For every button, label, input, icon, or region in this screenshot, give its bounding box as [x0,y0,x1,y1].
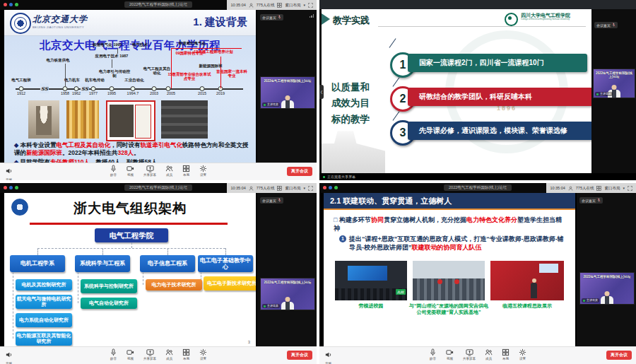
shared-screen-stage: 北京交通大学 BEIJING JIAOTONG UNIVERSITY 1. 建设… [0,10,257,163]
timeline-year: 2005 [167,91,175,95]
timeline-year: 1962 [72,91,81,95]
org-connector [225,248,226,255]
settings-button[interactable]: 设置 [199,165,207,177]
minimize-button[interactable] [329,186,332,189]
org-connector [131,242,132,248]
speaker-name-badge: 会议嘉宾 [260,197,283,204]
maximize-button[interactable] [334,186,338,189]
share-screen-button[interactable]: 共享屏幕 [143,165,156,177]
share-screen-button[interactable]: 共享屏幕 [463,348,476,360]
scu-logo-sub: College of Electrical Engineering Sichua… [521,18,586,20]
timeline-node [74,86,79,91]
layout-switcher[interactable]: 窗口布局 [285,186,300,191]
layout-button[interactable]: 布局 [182,348,190,360]
fullscreen-icon[interactable] [308,3,313,8]
history-photo [106,100,155,141]
sidebar-collapse-handle[interactable] [319,85,324,99]
titlebar-menu: 10:35:04 775人在线 窗口布局 [227,183,317,193]
members-button[interactable]: 成员 [485,348,493,360]
participants-count[interactable]: 775人在线 [257,186,275,191]
speaker-name-badge: 会议嘉宾 [594,22,618,28]
timeline-year: 2015 [198,91,206,95]
timeline-connector [112,59,112,68]
participants-count[interactable]: 775人在线 [257,3,275,8]
settings-button[interactable]: 设置 [519,348,526,360]
audio-on-icon [596,93,599,95]
audio-device-button[interactable]: 音频 [5,348,13,364]
audio-device-button[interactable]: 音频 [5,165,13,180]
leave-meeting-button[interactable]: 离开会议 [606,351,632,360]
camera-icon [126,348,134,356]
share-screen-icon [146,348,154,356]
video-button[interactable]: 视频 [126,165,134,177]
participants-sidebar: 会议嘉宾 2022电气工程学科国际(线上)论坛 主讲嘉宾 [577,193,636,347]
mute-button[interactable]: 静音 [429,348,437,360]
audio-device-button[interactable]: 音频 [324,348,332,364]
timeline-label: 电力铁道供电 [47,58,70,62]
layout-switcher[interactable]: 窗口布局 [285,3,300,8]
speaker-figure [281,302,294,310]
video-button[interactable]: 视频 [126,348,134,360]
leave-meeting-button[interactable]: 离开会议 [287,351,312,360]
milestone-label: 新能源国际班 [199,64,223,68]
close-button[interactable] [4,186,7,189]
speaker-video-thumbnail[interactable]: 2022电气工程学科国际(线上)论坛 主讲嘉宾 [579,272,635,305]
timeline-label: 电力牵引与传动控制 [98,69,131,78]
members-button[interactable]: 成员 [165,165,173,177]
thumbnail-name-badge: 主讲嘉宾 [582,298,599,303]
share-screen-button[interactable]: 共享屏幕 [143,348,156,360]
paragraph-1: 构建多环节协同贯穿立德树人机制，充分挖掘电力特色文化养分塑造学生担当精神 [334,216,567,233]
window-controls [4,186,18,189]
fullscreen-icon[interactable] [628,186,632,191]
layout-button[interactable]: 布局 [182,165,190,177]
history-photo [28,100,59,139]
settings-icon [199,348,207,356]
item-text: 研教结合的教学团队，科研反哺本科 [408,88,591,106]
bjtu-logo-cn: 北京交通大学 [33,13,88,25]
meeting-window-moral: 2022电气工程学科国际(线上)论坛 10:35:04 775人在线 窗口布局 … [319,183,636,364]
window-titlebar: 2022电气工程学科国际(线上)论坛 10:35:04 775人在线 窗口布局 [319,183,636,193]
maximize-button[interactable] [15,186,18,189]
settings-button[interactable]: 设置 [199,348,207,360]
window-titlebar [319,0,636,9]
window-titlebar: 2022电气工程学科国际(线上)论坛 10:35:04 775人在线 窗口布局 [0,0,317,10]
layout-button[interactable]: 布局 [502,348,510,360]
org-institute: 电力系统自动化研究所 [16,313,72,327]
photo-caption: 与“两山理论”发源地的国网安吉供电公司党委联建“育人实践基地” [408,303,489,316]
paragraph-2: 提出“课程+思政”互联互通的思政育人模式，打造“专业课教师-思政课教师-辅导员-… [349,235,565,252]
mute-button[interactable]: 静音 [110,165,117,177]
building-watermark [322,124,385,173]
mute-button[interactable]: 静音 [110,348,117,360]
members-icon [485,348,493,356]
timeline-node [110,86,114,91]
close-button[interactable] [323,186,326,189]
minimize-button[interactable] [9,186,13,189]
maximize-button[interactable] [15,3,18,6]
org-institute: 系统科学与控制研究所 [81,279,137,293]
speaker-icon [324,348,332,361]
toolbar-buttons: 静音 视频 共享屏幕 成员 布局 设置 [110,348,207,360]
timeline-node [91,86,96,91]
header-rule [378,26,586,27]
participants-sidebar: 会议嘉宾 2022电气工程学科国际(线上)论坛 主讲嘉宾 [257,10,317,163]
video-button[interactable]: 视频 [446,348,454,360]
thumbnail-name-badge: 主讲嘉宾 [262,304,280,308]
participants-sidebar: 会议嘉宾 2022电气工程学科国际(线上)论坛 主讲嘉宾 [591,9,636,173]
close-button[interactable] [4,3,7,6]
timeline-year: 2019 [216,91,225,95]
speaker-video-thumbnail[interactable]: 2022电气工程学科国际(线上)论坛 主讲嘉宾 [260,76,315,109]
participants-count[interactable]: 775人在线 [576,186,594,191]
members-button[interactable]: 成员 [165,348,173,360]
mic-icon [429,348,437,356]
speaker-video-thumbnail[interactable]: 2022电气工程学科国际(线上)论坛 主讲嘉宾 [593,69,635,98]
minimize-button[interactable] [9,3,13,6]
participants-sidebar: 会议嘉宾 2022电气工程学科国际(线上)论坛 主讲嘉宾 [257,193,317,347]
share-status-text: 正在观看共享屏幕 [327,175,355,179]
speaker-video-thumbnail[interactable]: 2022电气工程学科国际(线上)论坛 主讲嘉宾 [260,278,315,310]
event-photo-1: 高校 [335,261,407,300]
org-connector [78,272,78,303]
bjtu-logo-en: BEIJING JIAOTONG UNIVERSITY [33,25,84,29]
layout-switcher[interactable]: 窗口布局 [604,186,620,191]
leave-meeting-button[interactable]: 离开会议 [287,167,312,176]
fullscreen-icon[interactable] [308,186,313,191]
